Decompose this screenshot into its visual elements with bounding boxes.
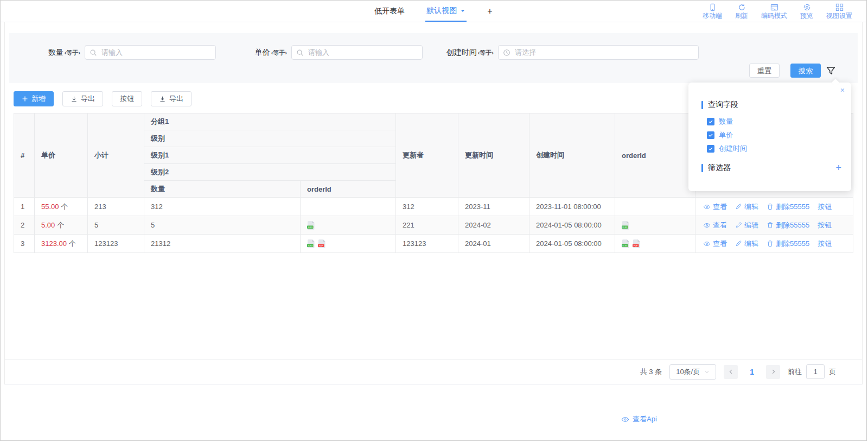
row-button-link[interactable]: 按钮 (818, 220, 832, 230)
add-tab-label: + (487, 7, 492, 16)
col-header-level1[interactable]: 级别1 (144, 147, 396, 164)
delete-link[interactable]: 删除55555 (767, 220, 809, 230)
view-api-link[interactable]: 查看Api (621, 414, 657, 424)
chevron-down-icon (704, 369, 710, 375)
checkbox-create-time[interactable]: 创建时间 (707, 143, 851, 154)
view-settings-button[interactable]: 视图设置 (826, 3, 852, 20)
table-toolbar: 新增 导出 按钮 导出 (14, 91, 192, 106)
add-filter-button[interactable]: + (835, 163, 841, 172)
tab-form[interactable]: 低开表单 (373, 1, 406, 22)
checkbox-checked-icon[interactable] (707, 145, 714, 153)
cell-qty: 312 (144, 198, 301, 216)
eye-icon (703, 203, 711, 211)
col-header-orderid[interactable]: orderId (615, 113, 695, 198)
refresh-icon (738, 3, 746, 11)
edit-label: 编辑 (744, 202, 758, 212)
code-mode-icon (770, 3, 778, 11)
price-filter-input[interactable] (291, 45, 423, 60)
checkbox-checked-icon[interactable] (707, 131, 714, 139)
goto-page-input[interactable] (806, 364, 825, 379)
view-link[interactable]: 查看 (703, 239, 727, 249)
col-header-updater[interactable]: 更新者 (396, 113, 458, 198)
add-record-button[interactable]: 新增 (14, 91, 54, 106)
current-page[interactable]: 1 (745, 368, 758, 376)
quantity-filter-input[interactable] (85, 45, 216, 60)
pdf-file-icon[interactable]: PDF (633, 239, 640, 248)
view-link[interactable]: 查看 (703, 220, 727, 230)
filter-operator: ‹等于› (65, 49, 80, 56)
edit-link[interactable]: 编辑 (735, 220, 758, 230)
price-unit: 个 (61, 203, 68, 211)
quantity-filter-field[interactable] (100, 48, 211, 57)
search-button[interactable]: 搜索 (790, 64, 821, 78)
svg-text:XLSX: XLSX (622, 244, 628, 247)
price-filter-field[interactable] (307, 48, 418, 57)
col-header-index[interactable]: # (14, 113, 35, 198)
refresh-button[interactable]: 刷新 (735, 3, 748, 20)
col-header-level[interactable]: 级别 (144, 130, 396, 147)
checkbox-quantity[interactable]: 数量 (707, 116, 851, 127)
row-button-link[interactable]: 按钮 (818, 202, 832, 212)
preview-button[interactable]: 预览 (800, 3, 813, 20)
pdf-file-icon[interactable]: PDF (318, 239, 326, 248)
cell-orderid: XLSX (615, 216, 695, 235)
next-page-button[interactable] (766, 365, 780, 379)
delete-link[interactable]: 删除55555 (767, 239, 809, 249)
col-header-update-time[interactable]: 更新时间 (458, 113, 529, 198)
checkbox-checked-icon[interactable] (707, 118, 714, 125)
code-mode-button[interactable]: 编码模式 (761, 3, 787, 20)
tab-add-view[interactable]: + (486, 1, 493, 22)
mobile-button[interactable]: 移动端 (703, 3, 722, 20)
funnel-icon (826, 66, 835, 75)
page-size-value: 10条/页 (676, 367, 700, 377)
tab-default-view[interactable]: 默认视图 (425, 1, 467, 22)
cell-price: 5.00个 (35, 216, 88, 235)
table-row[interactable]: 1 55.00个 213 312 312 2023-11 2023-11-01 … (14, 198, 853, 216)
xlsx-file-icon[interactable]: XLSX (622, 239, 629, 248)
checkbox-label: 数量 (719, 117, 733, 127)
reset-button[interactable]: 重置 (749, 64, 780, 78)
checkbox-price[interactable]: 单价 (707, 130, 851, 141)
col-header-subtotal[interactable]: 小计 (88, 113, 144, 198)
col-header-create-time[interactable]: 创建时间 (529, 113, 615, 198)
cell-actions: 查看 编辑 删除55555 按钮 (695, 198, 853, 216)
create-time-filter-input[interactable] (498, 45, 699, 60)
row-button-link[interactable]: 按钮 (818, 239, 832, 249)
table-row[interactable]: 2 5.00个 5 5 XLSX 221 2024-02 2024-01-05 … (14, 216, 853, 235)
edit-link[interactable]: 编辑 (735, 239, 758, 249)
close-icon[interactable]: × (840, 86, 845, 94)
price-value: 55.00 (41, 203, 59, 211)
cell-subtotal: 5 (88, 216, 144, 235)
section-title-bar (701, 101, 703, 109)
custom-button-label: 按钮 (120, 94, 134, 104)
custom-button[interactable]: 按钮 (112, 91, 142, 106)
create-time-filter-field[interactable] (514, 48, 694, 57)
xlsx-file-icon[interactable]: XLSX (622, 221, 629, 230)
col-header-qty[interactable]: 数量 (144, 181, 301, 198)
pencil-icon (735, 203, 742, 210)
download-icon (71, 96, 78, 103)
refresh-label: 刷新 (735, 12, 748, 20)
prev-page-button[interactable] (724, 365, 738, 379)
cell-actions: 查看 编辑 删除55555 按钮 (695, 235, 853, 253)
page-size-select[interactable]: 10条/页 (669, 364, 716, 380)
col-header-price[interactable]: 单价 (35, 113, 88, 198)
cell-create-time: 2024-01-05 08:00:00 (529, 216, 615, 235)
delete-link[interactable]: 删除55555 (767, 202, 809, 212)
filter-field-name: 数量 (48, 48, 63, 56)
cell-subtotal: 213 (88, 198, 144, 216)
xlsx-file-icon[interactable]: XLSX (307, 221, 315, 230)
export-label: 导出 (169, 94, 183, 104)
export-button-2[interactable]: 导出 (151, 91, 192, 106)
col-header-sub-orderid[interactable]: orderId (301, 181, 396, 198)
view-link[interactable]: 查看 (703, 202, 727, 212)
cell-updater: 123123 (396, 235, 458, 253)
export-button-1[interactable]: 导出 (62, 91, 103, 106)
edit-link[interactable]: 编辑 (735, 202, 758, 212)
filter-settings-button[interactable] (826, 65, 837, 76)
col-header-level2[interactable]: 级别2 (144, 164, 396, 181)
trash-icon (767, 240, 774, 247)
col-header-group1[interactable]: 分组1 (144, 113, 396, 130)
xlsx-file-icon[interactable]: XLSX (307, 239, 315, 248)
table-row[interactable]: 3 3123.00个 123123 21312 XLSX PDF 123123 … (14, 235, 853, 253)
